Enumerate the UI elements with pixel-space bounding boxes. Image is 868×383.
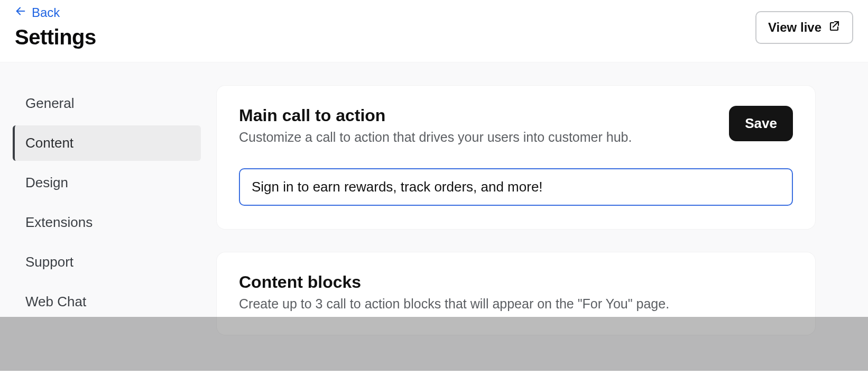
sidebar-item-web-chat[interactable]: Web Chat xyxy=(13,284,201,320)
sidebar-item-design[interactable]: Design xyxy=(13,165,201,200)
sidebar-item-label: Extensions xyxy=(25,214,93,230)
sidebar-item-content[interactable]: Content xyxy=(13,125,201,161)
sidebar-item-label: Design xyxy=(25,175,68,190)
external-link-icon xyxy=(828,20,841,35)
card-title: Main call to action xyxy=(239,106,632,125)
sidebar-item-label: Web Chat xyxy=(25,294,86,309)
save-button[interactable]: Save xyxy=(729,106,793,141)
content-blocks-card: Content blocks Create up to 3 call to ac… xyxy=(217,252,815,335)
main-cta-card: Main call to action Customize a call to … xyxy=(217,86,815,229)
settings-sidebar: General Content Design Extensions Suppor… xyxy=(0,62,201,371)
page-header: Back Settings View live xyxy=(0,0,868,62)
card-description: Customize a call to action that drives y… xyxy=(239,130,632,145)
main-content: Main call to action Customize a call to … xyxy=(201,62,868,371)
view-live-button[interactable]: View live xyxy=(755,11,853,44)
back-link[interactable]: Back xyxy=(15,5,60,20)
card-title: Content blocks xyxy=(239,272,793,292)
sidebar-item-extensions[interactable]: Extensions xyxy=(13,205,201,240)
sidebar-item-support[interactable]: Support xyxy=(13,244,201,280)
main-cta-input[interactable] xyxy=(239,168,793,206)
page-title: Settings xyxy=(15,25,96,49)
card-description: Create up to 3 call to action blocks tha… xyxy=(239,296,793,312)
back-label: Back xyxy=(32,5,60,20)
sidebar-item-label: General xyxy=(25,95,75,111)
sidebar-item-general[interactable]: General xyxy=(13,86,201,121)
sidebar-item-label: Content xyxy=(25,135,73,151)
view-live-label: View live xyxy=(768,20,821,35)
arrow-left-icon xyxy=(15,5,26,20)
sidebar-item-label: Support xyxy=(25,254,73,270)
